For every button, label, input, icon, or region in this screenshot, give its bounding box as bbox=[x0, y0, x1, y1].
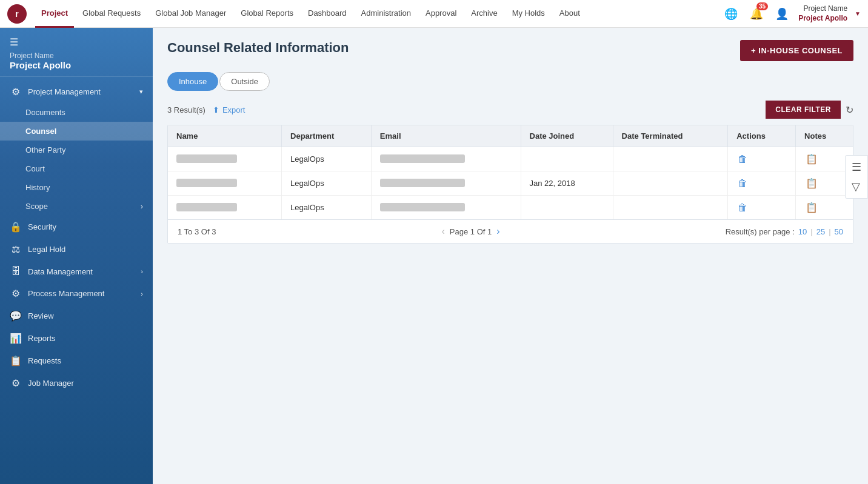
sidebar-item-security[interactable]: 🔒 Security bbox=[0, 216, 153, 238]
chevron-right-icon: › bbox=[141, 268, 143, 275]
nav-right-actions: 🌐 🔔 35 👤 Project Name Project Apollo ▼ bbox=[722, 4, 861, 23]
cell-department: LegalOps bbox=[282, 147, 372, 171]
sidebar-menu-icon[interactable]: ☰ bbox=[10, 36, 143, 48]
add-inhouse-counsel-button[interactable]: + IN-HOUSE COUNSEL bbox=[740, 40, 853, 61]
globe-icon-button[interactable]: 🌐 bbox=[722, 5, 740, 23]
sidebar-subitem-documents[interactable]: Documents bbox=[0, 103, 153, 122]
cell-actions: 🗑 bbox=[728, 147, 796, 171]
cell-notes: 📋 bbox=[796, 171, 853, 196]
cell-date-terminated bbox=[613, 171, 728, 196]
requests-icon: 📋 bbox=[10, 355, 22, 366]
delete-icon[interactable]: 🗑 bbox=[738, 154, 747, 164]
nav-global-requests[interactable]: Global Requests bbox=[76, 0, 147, 28]
nav-items: Project Global Requests Global Job Manag… bbox=[35, 0, 722, 28]
nav-my-holds[interactable]: My Holds bbox=[506, 0, 551, 28]
sidebar-item-label: Reports bbox=[28, 334, 56, 343]
table-row: V▓▓▓▓▓▓▓▓LegalOpsvk▓▓▓▓▓▓▓▓▓.🗑📋 bbox=[168, 196, 853, 220]
sidebar-item-review[interactable]: 💬 Review bbox=[0, 305, 153, 327]
nav-administration[interactable]: Administration bbox=[355, 0, 417, 28]
project-management-icon: ⚙ bbox=[10, 86, 22, 98]
export-button[interactable]: ⬆ Export bbox=[213, 105, 245, 114]
cell-date-terminated bbox=[613, 196, 728, 220]
data-management-icon: 🗄 bbox=[10, 266, 22, 277]
notes-icon[interactable]: 📋 bbox=[806, 202, 818, 213]
sidebar-subitem-other-party[interactable]: Other Party bbox=[0, 141, 153, 159]
app-logo[interactable]: r bbox=[7, 4, 27, 24]
project-label: Project Name bbox=[798, 4, 847, 14]
delete-icon[interactable]: 🗑 bbox=[738, 202, 747, 213]
refresh-button[interactable]: ↻ bbox=[846, 104, 853, 116]
table-row: L▓▓▓▓▓▓▓▓LegalOpsll▓▓▓▓▓▓▓▓▓▓▓▓...🗑📋 bbox=[168, 147, 853, 171]
sidebar-subitem-court[interactable]: Court bbox=[0, 159, 153, 178]
next-page-button[interactable]: › bbox=[496, 226, 499, 237]
cell-department: LegalOps bbox=[282, 196, 372, 220]
page-header: Counsel Related Information + IN-HOUSE C… bbox=[167, 40, 853, 61]
sidebar-item-label: Review bbox=[28, 311, 54, 320]
notes-icon[interactable]: 📋 bbox=[806, 154, 818, 164]
project-name: Project Apollo bbox=[798, 14, 847, 24]
counsel-tabs: Inhouse Outside bbox=[167, 72, 853, 91]
per-page-selector: Result(s) per page : 10 | 25 | 50 bbox=[726, 227, 843, 236]
sidebar-subitem-counsel[interactable]: Counsel bbox=[0, 122, 153, 141]
pagination-controls: ‹ Page 1 Of 1 › bbox=[441, 226, 499, 237]
cell-name: V▓▓▓▓▓▓▓▓ bbox=[168, 196, 282, 220]
nav-approval[interactable]: Approval bbox=[419, 0, 462, 28]
sidebar-project-name: Project Apollo bbox=[10, 60, 143, 70]
cell-notes: 📋 bbox=[796, 196, 853, 220]
process-management-icon: ⚙ bbox=[10, 288, 22, 299]
project-name-dropdown[interactable]: Project Name Project Apollo bbox=[798, 4, 847, 23]
main-layout: ☰ Project Name Project Apollo ⚙ Project … bbox=[0, 28, 868, 484]
menu-lines-icon[interactable]: ☰ bbox=[849, 158, 864, 176]
clear-filter-button[interactable]: CLEAR FILTER bbox=[766, 101, 841, 119]
col-email: Email bbox=[371, 125, 521, 147]
sidebar-item-project-management[interactable]: ⚙ Project Management ▾ bbox=[0, 81, 153, 103]
counsel-table: Name Department Email Date Joined Date T… bbox=[168, 125, 853, 219]
right-panel-icons: ☰ ▽ bbox=[845, 155, 868, 199]
sidebar-item-process-management[interactable]: ⚙ Process Management › bbox=[0, 282, 153, 305]
cell-email: po▓▓▓▓▓▓▓▓▓▓▓▓a... bbox=[371, 171, 521, 196]
tab-outside[interactable]: Outside bbox=[219, 72, 270, 91]
per-page-label: Result(s) per page : bbox=[726, 227, 795, 236]
sidebar-item-legal-hold[interactable]: ⚖ Legal Hold bbox=[0, 238, 153, 260]
sidebar-item-job-manager[interactable]: ⚙ Job Manager bbox=[0, 372, 153, 394]
sidebar-item-label: Job Manager bbox=[28, 379, 74, 388]
review-icon: 💬 bbox=[10, 310, 22, 322]
per-page-10[interactable]: 10 bbox=[798, 227, 807, 236]
nav-project[interactable]: Project bbox=[35, 0, 74, 28]
security-icon: 🔒 bbox=[10, 221, 22, 233]
per-page-50[interactable]: 50 bbox=[835, 227, 843, 236]
sidebar-item-data-management[interactable]: 🗄 Data Management › bbox=[0, 260, 153, 282]
sidebar-item-requests[interactable]: 📋 Requests bbox=[0, 350, 153, 372]
notification-button[interactable]: 🔔 35 bbox=[747, 5, 766, 23]
cell-name: P▓▓▓▓▓▓▓▓ bbox=[168, 171, 282, 196]
sidebar-header: ☰ Project Name Project Apollo bbox=[0, 28, 153, 77]
cell-name: L▓▓▓▓▓▓▓▓ bbox=[168, 147, 282, 171]
sidebar-item-label: Requests bbox=[28, 356, 61, 365]
col-notes: Notes bbox=[796, 125, 853, 147]
nav-dashboard[interactable]: Dashboard bbox=[302, 0, 353, 28]
project-dropdown-arrow: ▼ bbox=[855, 10, 861, 17]
notes-icon[interactable]: 📋 bbox=[806, 178, 818, 188]
col-date-joined: Date Joined bbox=[521, 125, 613, 147]
sidebar-item-label: Security bbox=[28, 222, 56, 231]
table-row: P▓▓▓▓▓▓▓▓LegalOpspo▓▓▓▓▓▓▓▓▓▓▓▓a...Jan 2… bbox=[168, 171, 853, 196]
nav-global-reports[interactable]: Global Reports bbox=[235, 0, 299, 28]
prev-page-button[interactable]: ‹ bbox=[441, 226, 444, 237]
tab-inhouse[interactable]: Inhouse bbox=[167, 72, 218, 91]
chevron-down-icon: ▾ bbox=[139, 88, 143, 96]
nav-global-job-manager[interactable]: Global Job Manager bbox=[149, 0, 232, 28]
pagination-range: 1 To 3 Of 3 bbox=[178, 227, 216, 236]
sidebar-subitem-history[interactable]: History bbox=[0, 178, 153, 197]
cell-notes: 📋 bbox=[796, 147, 853, 171]
filter-icon[interactable]: ▽ bbox=[849, 177, 864, 196]
sidebar-project-label: Project Name bbox=[10, 51, 143, 60]
delete-icon[interactable]: 🗑 bbox=[738, 178, 747, 188]
user-icon-button[interactable]: 👤 bbox=[773, 5, 791, 23]
table-body: L▓▓▓▓▓▓▓▓LegalOpsll▓▓▓▓▓▓▓▓▓▓▓▓...🗑📋P▓▓▓… bbox=[168, 147, 853, 220]
nav-about[interactable]: About bbox=[553, 0, 586, 28]
main-content: Counsel Related Information + IN-HOUSE C… bbox=[153, 28, 868, 484]
per-page-25[interactable]: 25 bbox=[816, 227, 825, 236]
nav-archive[interactable]: Archive bbox=[465, 0, 503, 28]
sidebar-item-reports[interactable]: 📊 Reports bbox=[0, 327, 153, 350]
sidebar-subitem-scope[interactable]: Scope › bbox=[0, 197, 153, 216]
